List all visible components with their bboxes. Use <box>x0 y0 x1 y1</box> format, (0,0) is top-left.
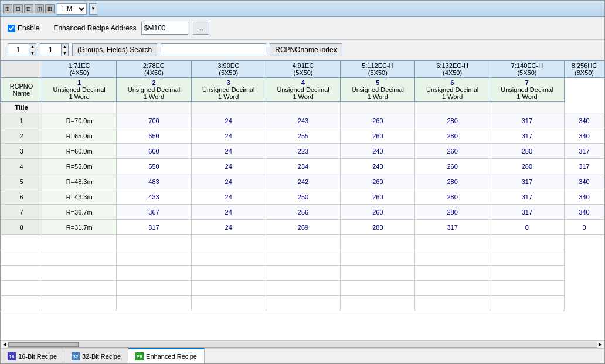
row-7-val-4[interactable]: 260 <box>341 205 415 220</box>
row-7-val-1[interactable]: 367 <box>117 205 191 220</box>
device-header-4: 4:91EC(5X50) <box>266 61 340 78</box>
row-7-val-2[interactable]: 24 <box>191 205 266 220</box>
title-cell-7[interactable] <box>490 102 564 113</box>
row-4-val-5[interactable]: 260 <box>415 159 490 174</box>
row-8-val-1[interactable]: 317 <box>117 220 191 235</box>
icon-4: ◫ <box>35 4 44 13</box>
enable-checkbox[interactable] <box>8 25 15 32</box>
row-3-val-7[interactable]: 317 <box>565 144 604 159</box>
row-6-val-5[interactable]: 280 <box>415 189 490 205</box>
row-2-val-2[interactable]: 24 <box>191 128 266 144</box>
row-1-val-2[interactable]: 24 <box>191 113 266 128</box>
row-5-val-7[interactable]: 340 <box>565 174 604 189</box>
row-3-val-4[interactable]: 240 <box>341 144 415 159</box>
row-1-val-7[interactable]: 340 <box>565 113 604 128</box>
row-5-val-6[interactable]: 317 <box>490 174 564 189</box>
tab-32bit-recipe[interactable]: 32 32-Bit Recipe <box>64 349 128 363</box>
row-5-val-4[interactable]: 260 <box>341 174 415 189</box>
table-row: 1 R=70.0m 700 24 243 260 280 317 340 <box>1 113 604 128</box>
row-8-val-2[interactable]: 24 <box>191 220 266 235</box>
row-2-val-7[interactable]: 340 <box>565 128 604 144</box>
row-4-val-2[interactable]: 24 <box>191 159 266 174</box>
row-4-val-6[interactable]: 280 <box>490 159 564 174</box>
row-8-val-7[interactable]: 0 <box>565 220 604 235</box>
row-4-val-4[interactable]: 240 <box>341 159 415 174</box>
browse-button[interactable]: ... <box>193 22 209 35</box>
title-cell-5[interactable] <box>341 102 415 113</box>
title-cell-3[interactable] <box>191 102 266 113</box>
row-2-val-6[interactable]: 317 <box>490 128 564 144</box>
scroll-right-btn[interactable]: ► <box>597 341 603 348</box>
row-1-val-4[interactable]: 260 <box>341 113 415 128</box>
row-7-val-3[interactable]: 256 <box>266 205 340 220</box>
tab-16bit-recipe[interactable]: 16 16-Bit Recipe <box>1 349 64 363</box>
rcpnoname-index-button[interactable]: RCPNOname index <box>270 43 342 56</box>
row-1-val-5[interactable]: 280 <box>415 113 490 128</box>
row-name-3[interactable]: R=60.0m <box>42 144 117 159</box>
groups-fields-search-button[interactable]: (Groups, Fields) Search <box>72 43 157 56</box>
row-3-val-1[interactable]: 600 <box>117 144 191 159</box>
field-up-arrow[interactable]: ▲ <box>62 44 68 50</box>
row-2-val-4[interactable]: 260 <box>341 128 415 144</box>
row-name-7[interactable]: R=36.7m <box>42 205 117 220</box>
title-cell-2[interactable] <box>117 102 191 113</box>
tab-enhanced-recipe[interactable]: ER Enhanced Recipe <box>128 348 205 363</box>
title-cell-6[interactable] <box>415 102 490 113</box>
title-cell-1[interactable] <box>42 102 117 113</box>
scroll-left-btn[interactable]: ◄ <box>2 341 8 348</box>
row-1-val-3[interactable]: 243 <box>266 113 340 128</box>
row-2-val-5[interactable]: 280 <box>415 128 490 144</box>
row-3-val-6[interactable]: 280 <box>490 144 564 159</box>
row-7-val-7[interactable]: 340 <box>565 205 604 220</box>
hmi-selector[interactable]: HMI <box>57 3 87 15</box>
row-4-val-3[interactable]: 234 <box>266 159 340 174</box>
row-3-val-3[interactable]: 223 <box>266 144 340 159</box>
empty-row-3 <box>1 266 604 281</box>
row-4-val-7[interactable]: 317 <box>565 159 604 174</box>
row-1-val-6[interactable]: 317 <box>490 113 564 128</box>
enable-checkbox-label[interactable]: Enable <box>8 24 39 32</box>
row-name-2[interactable]: R=65.0m <box>42 128 117 144</box>
row-5-val-1[interactable]: 483 <box>117 174 191 189</box>
field-input[interactable] <box>40 43 61 56</box>
row-6-val-2[interactable]: 24 <box>191 189 266 205</box>
row-8-val-5[interactable]: 317 <box>415 220 490 235</box>
group-up-arrow[interactable]: ▲ <box>29 44 36 50</box>
row-5-val-3[interactable]: 242 <box>266 174 340 189</box>
row-name-4[interactable]: R=55.0m <box>42 159 117 174</box>
row-3-val-5[interactable]: 260 <box>415 144 490 159</box>
row-6-val-1[interactable]: 433 <box>117 189 191 205</box>
row-3-val-2[interactable]: 24 <box>191 144 266 159</box>
row-1-val-1[interactable]: 700 <box>117 113 191 128</box>
row-name-1[interactable]: R=70.0m <box>42 113 117 128</box>
row-5-val-2[interactable]: 24 <box>191 174 266 189</box>
row-name-8[interactable]: R=31.7m <box>42 220 117 235</box>
hscrollbar-thumb[interactable] <box>8 342 79 347</box>
row-4-val-1[interactable]: 550 <box>117 159 191 174</box>
group-down-arrow[interactable]: ▼ <box>29 50 36 56</box>
field-down-arrow[interactable]: ▼ <box>62 50 68 56</box>
row-7-val-6[interactable]: 317 <box>490 205 564 220</box>
hmi-dropdown[interactable]: ▼ <box>89 3 97 15</box>
row-2-val-1[interactable]: 650 <box>117 128 191 144</box>
row-8-val-6[interactable]: 0 <box>490 220 564 235</box>
row-num-4: 4 <box>1 159 42 174</box>
row-8-val-4[interactable]: 280 <box>341 220 415 235</box>
table-container[interactable]: 1:71EC(4X50) 2:78EC(4X50) 3:90EC(5X50) 4… <box>1 60 604 340</box>
row-5-val-5[interactable]: 280 <box>415 174 490 189</box>
row-7-val-5[interactable]: 280 <box>415 205 490 220</box>
row-6-val-4[interactable]: 260 <box>341 189 415 205</box>
hscrollbar[interactable] <box>8 342 597 348</box>
group-input[interactable] <box>8 43 29 56</box>
row-8-val-3[interactable]: 269 <box>266 220 340 235</box>
row-6-val-6[interactable]: 317 <box>490 189 564 205</box>
main-window: ⊞ ⊡ ⊟ ◫ ⊞ HMI ▼ Enable Enhanced Recipe A… <box>0 0 605 364</box>
row-name-6[interactable]: R=43.3m <box>42 189 117 205</box>
title-cell-4[interactable] <box>266 102 340 113</box>
row-6-val-3[interactable]: 250 <box>266 189 340 205</box>
row-name-5[interactable]: R=48.3m <box>42 174 117 189</box>
search-input[interactable] <box>161 43 266 56</box>
row-6-val-7[interactable]: 340 <box>565 189 604 205</box>
address-input[interactable] <box>141 22 188 35</box>
row-2-val-3[interactable]: 255 <box>266 128 340 144</box>
